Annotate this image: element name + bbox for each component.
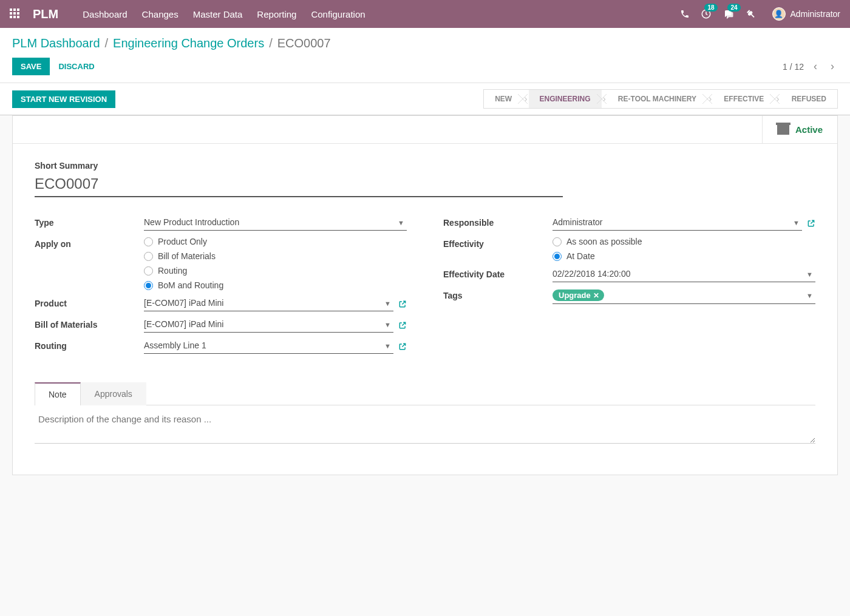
type-select[interactable]: New Product Introduction ▼ bbox=[144, 215, 407, 231]
caret-down-icon: ▼ bbox=[398, 219, 404, 226]
note-textarea[interactable] bbox=[35, 405, 815, 444]
effectivity-label: Effectivity bbox=[443, 237, 552, 249]
save-button[interactable]: SAVE bbox=[12, 58, 50, 75]
form-col-right: Responsible Administrator ▼ Effectivity bbox=[443, 215, 815, 360]
radio-routing[interactable]: Routing bbox=[144, 266, 407, 276]
pager: 1 / 12 ‹ › bbox=[783, 59, 838, 74]
radio-product-only[interactable]: Product Only bbox=[144, 237, 407, 246]
responsible-select[interactable]: Administrator ▼ bbox=[552, 215, 802, 231]
responsible-label: Responsible bbox=[443, 215, 552, 228]
menu-dashboard[interactable]: Dashboard bbox=[83, 9, 127, 19]
breadcrumb-sep: / bbox=[269, 36, 273, 50]
form-grid: Type New Product Introduction ▼ Apply on… bbox=[35, 215, 815, 360]
radio-asap[interactable]: As soon as possible bbox=[552, 237, 815, 246]
activity-badge: 18 bbox=[704, 4, 717, 12]
product-select[interactable]: [E-COM07] iPad Mini ▼ bbox=[144, 296, 393, 311]
breadcrumb: PLM Dashboard / Engineering Change Order… bbox=[12, 36, 838, 50]
note-panel bbox=[35, 405, 815, 458]
sheet-header: Active bbox=[13, 116, 837, 144]
user-menu[interactable]: 👤 Administrator bbox=[772, 7, 840, 21]
radio-bom-routing[interactable]: BoM and Routing bbox=[144, 280, 407, 290]
phone-icon[interactable] bbox=[680, 9, 690, 19]
responsible-value: Administrator bbox=[552, 217, 602, 227]
tag-upgrade: Upgrade ✕ bbox=[552, 289, 604, 301]
user-name: Administrator bbox=[790, 9, 840, 19]
pager-prev[interactable]: ‹ bbox=[810, 59, 821, 74]
routing-value: Assembly Line 1 bbox=[144, 340, 206, 350]
bom-label: Bill of Materials bbox=[35, 317, 144, 330]
active-label: Active bbox=[795, 124, 823, 135]
tags-label: Tags bbox=[443, 288, 552, 300]
top-icons: 18 24 👤 Administrator bbox=[680, 7, 840, 21]
form-sheet: Active Short Summary Type New Product In… bbox=[12, 115, 838, 475]
tools-icon[interactable] bbox=[746, 9, 755, 19]
menu-configuration[interactable]: Configuration bbox=[311, 9, 365, 19]
caret-down-icon: ▼ bbox=[806, 271, 813, 278]
start-revision-button[interactable]: START NEW REVISION bbox=[12, 90, 115, 108]
breadcrumb-row: PLM Dashboard / Engineering Change Order… bbox=[0, 28, 850, 53]
caret-down-icon: ▼ bbox=[384, 321, 391, 328]
summary-input[interactable] bbox=[35, 173, 563, 197]
stage-retool[interactable]: RE-TOOL MACHINERY bbox=[607, 90, 707, 108]
radio-at-date[interactable]: At Date bbox=[552, 251, 815, 261]
top-menu: Dashboard Changes Master Data Reporting … bbox=[83, 9, 365, 19]
eff-date-value: 02/22/2018 14:20:00 bbox=[552, 269, 630, 279]
action-row: SAVE DISCARD 1 / 12 ‹ › bbox=[0, 53, 850, 83]
pager-next[interactable]: › bbox=[827, 59, 838, 74]
pager-text: 1 / 12 bbox=[783, 62, 804, 72]
breadcrumb-root[interactable]: PLM Dashboard bbox=[12, 36, 100, 50]
caret-down-icon: ▼ bbox=[806, 292, 813, 299]
messages-badge: 24 bbox=[727, 4, 740, 12]
menu-reporting[interactable]: Reporting bbox=[257, 9, 296, 19]
bom-select[interactable]: [E-COM07] iPad Mini ▼ bbox=[144, 317, 393, 333]
menu-changes[interactable]: Changes bbox=[142, 9, 178, 19]
caret-down-icon: ▼ bbox=[384, 342, 391, 350]
caret-down-icon: ▼ bbox=[384, 300, 391, 307]
product-external-link-icon[interactable] bbox=[398, 300, 407, 308]
sheet-body: Short Summary Type New Product Introduct… bbox=[13, 144, 837, 475]
discard-button[interactable]: DISCARD bbox=[58, 62, 94, 71]
bom-value: [E-COM07] iPad Mini bbox=[144, 319, 223, 329]
bom-external-link-icon[interactable] bbox=[398, 321, 407, 330]
status-row: START NEW REVISION NEW › ENGINEERING › R… bbox=[0, 83, 850, 115]
stage-new[interactable]: NEW bbox=[484, 90, 523, 108]
summary-label: Short Summary bbox=[35, 161, 815, 171]
form-col-left: Type New Product Introduction ▼ Apply on… bbox=[35, 215, 407, 360]
breadcrumb-current: ECO0007 bbox=[277, 36, 331, 50]
routing-external-link-icon[interactable] bbox=[398, 342, 407, 351]
product-label: Product bbox=[35, 296, 144, 308]
apply-on-group: Product Only Bill of Materials Routing B… bbox=[144, 237, 407, 290]
stage-effective[interactable]: EFFECTIVE bbox=[713, 90, 775, 108]
apps-icon[interactable] bbox=[10, 8, 21, 19]
eff-date-input[interactable]: 02/22/2018 14:20:00 ▼ bbox=[552, 267, 815, 282]
product-value: [E-COM07] iPad Mini bbox=[144, 298, 223, 308]
stage-engineering[interactable]: ENGINEERING bbox=[529, 90, 602, 108]
stage-bar: NEW › ENGINEERING › RE-TOOL MACHINERY › … bbox=[483, 89, 838, 109]
active-toggle[interactable]: Active bbox=[762, 116, 837, 143]
breadcrumb-sep: / bbox=[105, 36, 109, 50]
caret-down-icon: ▼ bbox=[793, 219, 800, 226]
apply-on-label: Apply on bbox=[35, 237, 144, 249]
responsible-external-link-icon[interactable] bbox=[807, 219, 815, 228]
tags-input[interactable]: Upgrade ✕ ▼ bbox=[552, 288, 815, 304]
radio-bom[interactable]: Bill of Materials bbox=[144, 251, 407, 261]
messages-icon[interactable]: 24 bbox=[722, 8, 735, 19]
app-name: PLM bbox=[33, 7, 58, 21]
tabs: Note Approvals bbox=[35, 382, 815, 405]
stage-refused[interactable]: REFUSED bbox=[781, 90, 837, 108]
archive-icon bbox=[777, 125, 789, 135]
activity-icon[interactable]: 18 bbox=[701, 8, 712, 19]
routing-select[interactable]: Assembly Line 1 ▼ bbox=[144, 339, 393, 354]
effectivity-group: As soon as possible At Date bbox=[552, 237, 815, 261]
routing-label: Routing bbox=[35, 339, 144, 351]
eff-date-label: Effectivity Date bbox=[443, 267, 552, 279]
top-navbar: PLM Dashboard Changes Master Data Report… bbox=[0, 0, 850, 28]
breadcrumb-mid[interactable]: Engineering Change Orders bbox=[113, 36, 264, 50]
tag-remove-icon[interactable]: ✕ bbox=[593, 291, 599, 300]
menu-master-data[interactable]: Master Data bbox=[193, 9, 243, 19]
tab-note[interactable]: Note bbox=[35, 382, 81, 405]
avatar-icon: 👤 bbox=[772, 7, 786, 21]
tab-approvals[interactable]: Approvals bbox=[81, 382, 146, 405]
type-label: Type bbox=[35, 215, 144, 228]
type-value: New Product Introduction bbox=[144, 217, 239, 227]
